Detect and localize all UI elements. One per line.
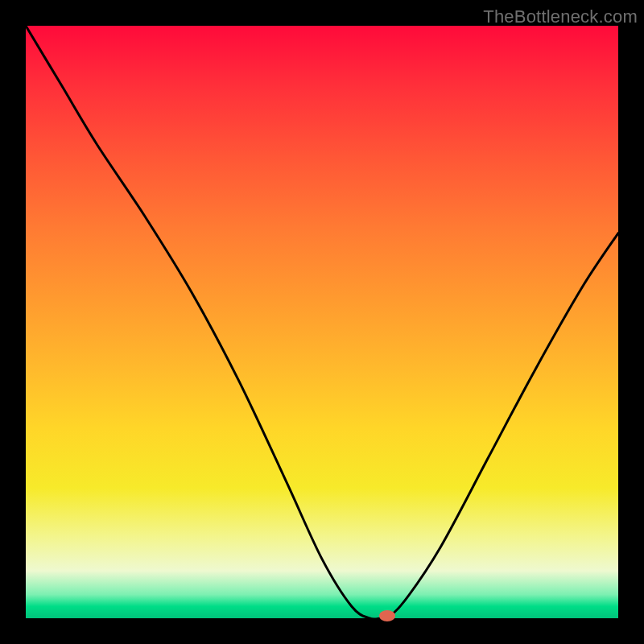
chart-frame: TheBottleneck.com	[0, 0, 644, 644]
watermark-text: TheBottleneck.com	[483, 6, 638, 27]
optimum-marker	[379, 610, 395, 621]
chart-overlay	[26, 26, 618, 618]
bottleneck-curve	[26, 26, 618, 620]
